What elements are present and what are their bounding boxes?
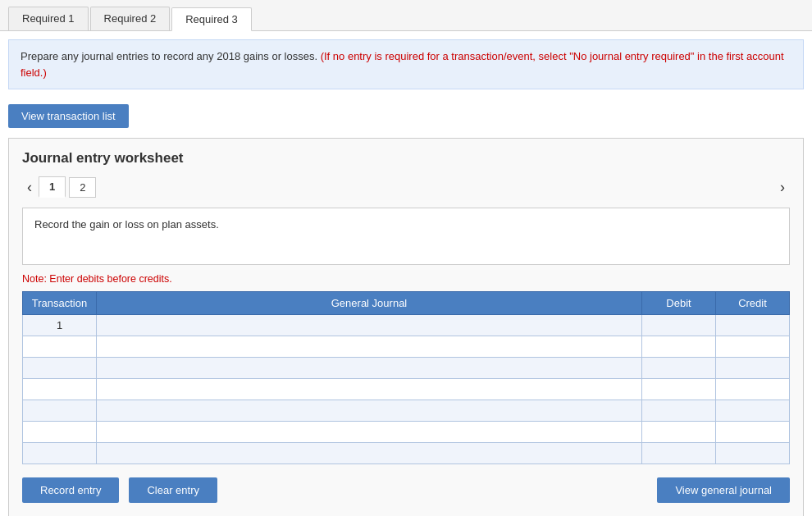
- input-debit[interactable]: [642, 422, 715, 442]
- input-general-journal[interactable]: [97, 443, 641, 463]
- cell-general-journal[interactable]: [97, 315, 642, 336]
- view-general-journal-button[interactable]: View general journal: [657, 477, 790, 503]
- cell-debit[interactable]: [642, 336, 716, 358]
- cell-credit[interactable]: [716, 358, 790, 379]
- worksheet-title: Journal entry worksheet: [22, 150, 790, 167]
- input-credit[interactable]: [716, 422, 789, 442]
- table-row: [23, 336, 790, 358]
- cell-transaction: [23, 358, 97, 379]
- th-debit: Debit: [642, 292, 716, 315]
- table-row: [23, 358, 790, 379]
- cell-credit[interactable]: [716, 336, 790, 358]
- record-entry-button[interactable]: Record entry: [22, 477, 119, 503]
- th-transaction: Transaction: [23, 292, 97, 315]
- table-row: [23, 400, 790, 422]
- cell-debit[interactable]: [642, 400, 716, 422]
- tabs-bar: Required 1 Required 2 Required 3: [0, 0, 812, 31]
- tab-required1[interactable]: Required 1: [8, 7, 89, 30]
- note-text: Note: Enter debits before credits.: [22, 273, 790, 285]
- page-tab-1[interactable]: 1: [39, 176, 66, 198]
- cell-transaction: 1: [23, 315, 97, 336]
- view-transaction-button[interactable]: View transaction list: [8, 104, 129, 128]
- table-row: [23, 379, 790, 400]
- input-credit[interactable]: [716, 400, 789, 421]
- next-page-arrow[interactable]: ›: [775, 177, 790, 198]
- cell-credit[interactable]: [716, 379, 790, 400]
- cell-credit[interactable]: [716, 443, 790, 464]
- clear-entry-button[interactable]: Clear entry: [129, 477, 217, 503]
- description-box: Record the gain or loss on plan assets.: [22, 208, 790, 265]
- bottom-buttons: Record entry Clear entry View general jo…: [22, 477, 790, 503]
- tab-required3[interactable]: Required 3: [171, 7, 252, 31]
- worksheet-container: Journal entry worksheet ‹ 1 2 › Record t…: [8, 138, 804, 516]
- cell-general-journal[interactable]: [97, 336, 642, 358]
- input-debit[interactable]: [642, 336, 715, 357]
- cell-debit[interactable]: [642, 358, 716, 379]
- cell-general-journal[interactable]: [97, 358, 642, 379]
- prev-page-arrow[interactable]: ‹: [22, 177, 37, 198]
- cell-credit[interactable]: [716, 400, 790, 422]
- input-general-journal[interactable]: [97, 315, 641, 336]
- cell-general-journal[interactable]: [97, 379, 642, 400]
- th-credit: Credit: [716, 292, 790, 315]
- input-debit[interactable]: [642, 443, 715, 463]
- input-general-journal[interactable]: [97, 358, 641, 378]
- cell-general-journal[interactable]: [97, 422, 642, 443]
- cell-debit[interactable]: [642, 422, 716, 443]
- input-credit[interactable]: [716, 443, 789, 463]
- th-general-journal: General Journal: [97, 292, 642, 315]
- instruction-box: Prepare any journal entries to record an…: [8, 39, 804, 89]
- table-row: [23, 422, 790, 443]
- input-general-journal[interactable]: [97, 336, 641, 357]
- cell-debit[interactable]: [642, 379, 716, 400]
- input-general-journal[interactable]: [97, 422, 641, 442]
- input-credit[interactable]: [716, 315, 789, 336]
- cell-transaction: [23, 443, 97, 464]
- tab-required2[interactable]: Required 2: [90, 7, 171, 30]
- cell-credit[interactable]: [716, 422, 790, 443]
- cell-debit[interactable]: [642, 315, 716, 336]
- cell-transaction: [23, 422, 97, 443]
- journal-table: Transaction General Journal Debit Credit…: [22, 291, 790, 464]
- cell-general-journal[interactable]: [97, 443, 642, 464]
- cell-transaction: [23, 336, 97, 358]
- instruction-main: Prepare any journal entries to record an…: [21, 50, 317, 62]
- input-debit[interactable]: [642, 379, 715, 400]
- cell-transaction: [23, 400, 97, 422]
- page-nav: ‹ 1 2 ›: [22, 176, 790, 198]
- input-credit[interactable]: [716, 358, 789, 378]
- cell-credit[interactable]: [716, 315, 790, 336]
- input-general-journal[interactable]: [97, 379, 641, 400]
- cell-general-journal[interactable]: [97, 400, 642, 422]
- table-row: 1: [23, 315, 790, 336]
- input-general-journal[interactable]: [97, 400, 641, 421]
- description-text: Record the gain or loss on plan assets.: [34, 218, 219, 231]
- input-credit[interactable]: [716, 336, 789, 357]
- input-debit[interactable]: [642, 315, 715, 336]
- cell-debit[interactable]: [642, 443, 716, 464]
- page-tab-2[interactable]: 2: [69, 177, 96, 198]
- input-credit[interactable]: [716, 379, 789, 400]
- cell-transaction: [23, 379, 97, 400]
- input-debit[interactable]: [642, 400, 715, 421]
- input-debit[interactable]: [642, 358, 715, 378]
- table-row: [23, 443, 790, 464]
